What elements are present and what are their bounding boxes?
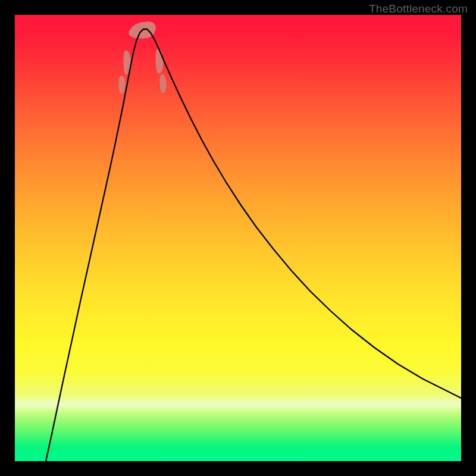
data-point-blobs: [119, 22, 166, 93]
blob-1: [119, 76, 125, 93]
bottleneck-curve-path: [46, 29, 461, 461]
blob-5: [160, 74, 166, 93]
watermark-text: TheBottleneck.com: [369, 2, 468, 15]
plot-area: [15, 15, 461, 461]
chart-frame: TheBottleneck.com: [0, 0, 476, 476]
blob-4: [156, 49, 163, 73]
chart-svg: [15, 15, 461, 461]
